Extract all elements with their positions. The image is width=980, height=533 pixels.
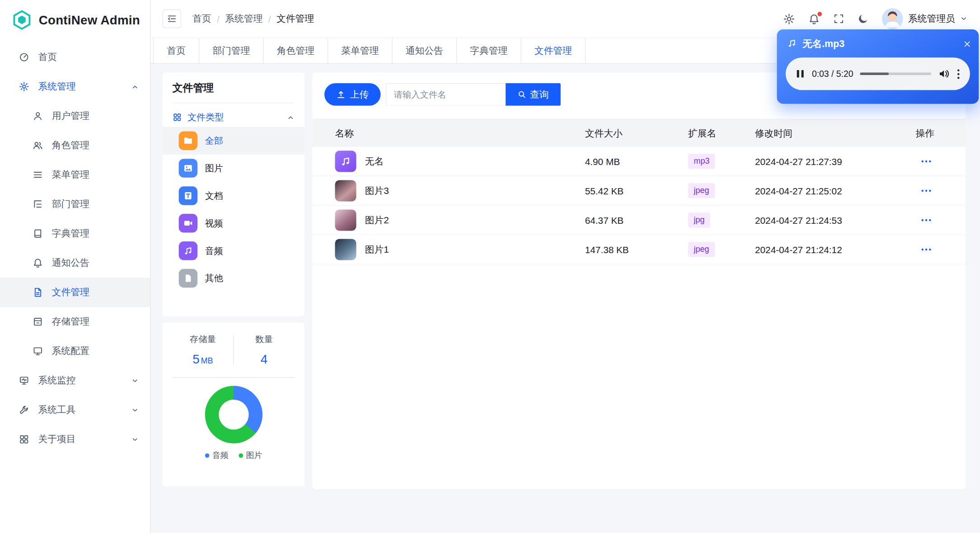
file-type-document[interactable]: 文档 — [163, 182, 305, 210]
tab-role[interactable]: 角色管理 — [264, 38, 328, 63]
chevron-down-icon — [960, 15, 968, 23]
notifications-bell-icon[interactable] — [808, 13, 820, 24]
ext-tag: mp3 — [688, 154, 715, 169]
sidebar-item-file-management[interactable]: 文件管理 — [0, 278, 150, 307]
file-name: 无名 — [365, 156, 384, 167]
chevron-down-icon — [131, 406, 139, 414]
file-time: 2024-04-27 21:24:12 — [755, 244, 911, 255]
row-actions-button[interactable] — [918, 183, 934, 198]
file-time: 2024-04-27 21:25:02 — [755, 185, 911, 196]
sidebar-menu: 首页 系统管理 用户管理 角色管理 菜单管理 部门管理 — [0, 40, 150, 454]
sidebar-item-home[interactable]: 首页 — [0, 42, 150, 72]
breadcrumb: 首页 / 系统管理 / 文件管理 — [192, 13, 314, 24]
user-menu[interactable]: 系统管理员 — [882, 8, 968, 29]
file-type-all[interactable]: 全部 — [163, 127, 305, 155]
brand[interactable]: ContiNew Admin — [0, 0, 150, 40]
audio-icon — [179, 241, 197, 260]
ellipsis-icon — [919, 215, 933, 225]
dark-mode-moon-icon[interactable] — [858, 13, 869, 24]
breadcrumb-separator: / — [217, 14, 220, 24]
tab-menu[interactable]: 菜单管理 — [328, 38, 392, 63]
file-size: 147.38 KB — [585, 244, 688, 255]
tab-file-management[interactable]: 文件管理 — [521, 38, 586, 63]
storage-stat: 存储量 5MB — [173, 334, 233, 367]
sidebar-item-system-management[interactable]: 系统管理 — [0, 72, 150, 101]
user-icon — [33, 111, 43, 122]
file-icon — [33, 287, 43, 298]
chevron-down-icon — [131, 377, 139, 384]
sidebar-item-system-monitor[interactable]: 系统监控 — [0, 366, 150, 395]
tab-home[interactable]: 首页 — [153, 38, 199, 63]
file-name: 图片2 — [365, 214, 389, 226]
file-size: 55.42 KB — [585, 185, 688, 196]
sidebar-item-department-management[interactable]: 部门管理 — [0, 189, 150, 219]
sidebar-item-system-tools[interactable]: 系统工具 — [0, 395, 150, 425]
kebab-menu-icon[interactable] — [957, 68, 960, 79]
storage-icon — [33, 316, 43, 327]
sidebar-item-storage-management[interactable]: 存储管理 — [0, 307, 150, 336]
file-type-audio[interactable]: 音频 — [163, 237, 305, 264]
upload-button[interactable]: 上传 — [324, 83, 380, 106]
tab-dictionary[interactable]: 字典管理 — [457, 38, 521, 63]
tab-announcement[interactable]: 通知公告 — [393, 38, 457, 63]
content-area: 文件管理 文件类型 全部 图片 — [150, 64, 980, 533]
gear-icon — [19, 81, 29, 92]
file-type-group-header[interactable]: 文件类型 — [173, 111, 295, 123]
doc-icon — [179, 186, 197, 205]
wrench-icon — [19, 405, 29, 415]
app-root: ContiNew Admin 首页 系统管理 用户管理 角色管理 — [0, 0, 980, 533]
donut-legend: 音频 图片 — [173, 450, 295, 461]
close-icon[interactable] — [963, 40, 971, 48]
book-icon — [33, 228, 43, 239]
file-time: 2024-04-27 21:27:39 — [755, 156, 911, 167]
player-time: 0:03 / 5:20 — [812, 69, 853, 79]
sidebar-item-menu-management[interactable]: 菜单管理 — [0, 160, 150, 189]
sidebar-item-user-management[interactable]: 用户管理 — [0, 101, 150, 131]
image-thumbnail — [335, 180, 356, 201]
breadcrumb-home[interactable]: 首页 — [192, 13, 211, 24]
table-row[interactable]: 无名 4.90 MB mp3 2024-04-27 21:27:39 — [313, 147, 966, 176]
home-icon — [19, 52, 29, 63]
sidebar-item-dictionary-management[interactable]: 字典管理 — [0, 219, 150, 248]
row-actions-button[interactable] — [918, 242, 934, 257]
file-size: 4.90 MB — [585, 156, 688, 167]
file-type-other[interactable]: 其他 — [163, 264, 305, 292]
filename-search-input[interactable] — [385, 83, 506, 106]
tree-icon — [33, 199, 43, 210]
legend-label-audio: 音频 — [212, 450, 229, 461]
notification-dot — [817, 11, 822, 16]
sidebar-item-announcements[interactable]: 通知公告 — [0, 248, 150, 278]
audio-controls: 0:03 / 5:20 — [786, 57, 970, 90]
sidebar-item-system-config[interactable]: 系统配置 — [0, 336, 150, 366]
storage-unit: MB — [201, 356, 213, 365]
display-icon — [33, 346, 43, 357]
brand-title: ContiNew Admin — [39, 13, 140, 27]
col-name: 名称 — [335, 127, 585, 139]
donut-hole — [218, 400, 248, 429]
table-row[interactable]: 图片1 147.38 KB jpeg 2024-04-27 21:24:12 — [313, 235, 966, 264]
pause-button[interactable] — [796, 69, 805, 79]
grid-small-icon — [173, 113, 182, 122]
settings-icon[interactable] — [783, 13, 795, 24]
query-button[interactable]: 查询 — [506, 83, 561, 106]
sidebar-item-about-project[interactable]: 关于项目 — [0, 425, 150, 454]
other-file-icon — [179, 269, 197, 288]
breadcrumb-system[interactable]: 系统管理 — [225, 13, 263, 24]
row-actions-button[interactable] — [918, 212, 934, 227]
table-row[interactable]: 图片3 55.42 KB jpeg 2024-04-27 21:25:02 — [313, 176, 966, 206]
sidebar-item-role-management[interactable]: 角色管理 — [0, 131, 150, 160]
seek-slider[interactable] — [860, 72, 931, 75]
row-actions-button[interactable] — [918, 154, 934, 169]
table-row[interactable]: 图片2 64.37 KB jpg 2024-04-27 21:24:53 — [313, 206, 966, 235]
tab-department[interactable]: 部门管理 — [199, 38, 263, 63]
sidebar-collapse-button[interactable] — [163, 9, 181, 28]
file-list-panel: 上传 查询 名称 文件大小 扩展名 修改时 — [313, 72, 966, 489]
audio-file-icon — [335, 151, 356, 172]
chevron-up-icon — [131, 83, 139, 90]
volume-icon[interactable] — [938, 68, 950, 80]
fullscreen-icon[interactable] — [833, 13, 844, 24]
file-type-video[interactable]: 视频 — [163, 209, 305, 237]
folder-icon — [179, 131, 197, 150]
file-type-image[interactable]: 图片 — [163, 155, 305, 182]
chevron-up-icon — [287, 113, 295, 121]
